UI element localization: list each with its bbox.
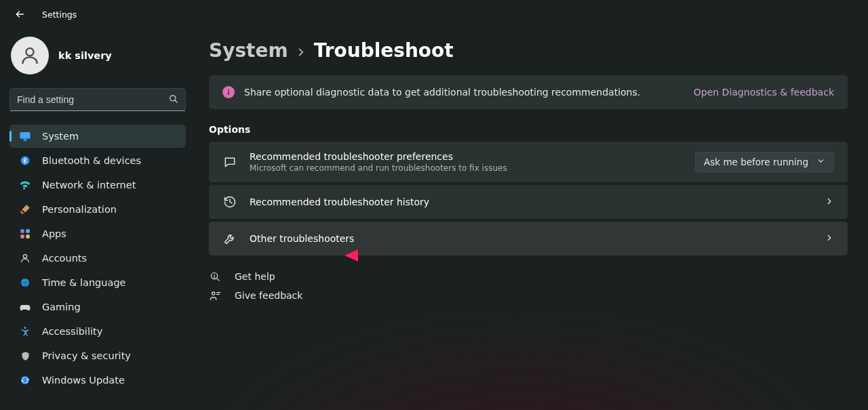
svg-point-15 <box>228 89 229 91</box>
help-icon <box>209 270 221 283</box>
footer-links: Get helpGive feedback <box>209 270 848 302</box>
options-list: Recommended troubleshooter preferencesMi… <box>209 142 848 255</box>
svg-rect-10 <box>26 234 29 238</box>
nav: SystemBluetooth & devicesNetwork & inter… <box>9 125 186 392</box>
avatar <box>11 37 49 75</box>
apps-icon <box>19 228 31 240</box>
open-diagnostics-link[interactable]: Open Diagnostics & feedback <box>694 87 834 98</box>
svg-rect-8 <box>26 229 29 232</box>
svg-rect-16 <box>228 91 229 95</box>
sidebar-item-label: Accounts <box>42 253 179 264</box>
sidebar-item-label: Apps <box>42 228 179 239</box>
svg-point-11 <box>23 255 26 258</box>
user-name: kk silvery <box>58 50 112 61</box>
dropdown-value: Ask me before running <box>704 157 808 167</box>
option-recommended-troubleshooter-history[interactable]: Recommended troubleshooter history <box>209 185 848 219</box>
svg-point-1 <box>26 48 33 56</box>
sidebar-item-personalization[interactable]: Personalization <box>9 198 186 221</box>
sidebar-item-label: Bluetooth & devices <box>42 155 179 166</box>
sidebar-item-label: System <box>42 131 179 142</box>
history-icon <box>222 194 237 209</box>
sidebar-item-accessibility[interactable]: Accessibility <box>9 320 186 343</box>
feedback-icon <box>209 289 221 302</box>
sidebar-item-system[interactable]: System <box>9 125 186 148</box>
svg-point-19 <box>214 274 214 274</box>
sidebar-item-windows-update[interactable]: Windows Update <box>9 369 186 392</box>
sidebar-item-time-language[interactable]: Time & language <box>9 271 186 294</box>
title-bar: Settings <box>0 0 868 24</box>
main-content: System Troubleshoot Share optional diagn… <box>195 24 868 410</box>
brush-icon <box>19 203 31 216</box>
user-profile[interactable]: kk silvery <box>9 33 186 79</box>
update-icon <box>19 374 31 386</box>
person-icon <box>19 45 41 66</box>
wifi-icon <box>19 179 31 191</box>
bluetooth-icon <box>19 155 31 167</box>
svg-line-3 <box>175 100 177 102</box>
sidebar-item-accounts[interactable]: Accounts <box>9 247 186 270</box>
svg-line-18 <box>216 278 219 281</box>
svg-point-21 <box>212 291 214 294</box>
svg-rect-4 <box>20 132 31 139</box>
sidebar-item-bluetooth-devices[interactable]: Bluetooth & devices <box>9 149 186 172</box>
sidebar-item-label: Network & internet <box>42 180 179 190</box>
breadcrumb-leaf: Troubleshoot <box>314 39 454 62</box>
app-title: Settings <box>42 9 77 20</box>
option-subtitle: Microsoft can recommend and run troubles… <box>250 163 683 173</box>
info-icon <box>222 86 235 98</box>
options-heading: Options <box>209 124 848 135</box>
monitor-icon <box>19 130 31 142</box>
arrow-left-icon <box>14 9 25 20</box>
sidebar-item-label: Privacy & security <box>42 350 179 361</box>
option-text: Recommended troubleshooter preferencesMi… <box>250 151 683 173</box>
option-title: Recommended troubleshooter preferences <box>250 151 683 162</box>
gamepad-icon <box>19 301 31 313</box>
sidebar-item-privacy-security[interactable]: Privacy & security <box>9 344 186 367</box>
preference-dropdown[interactable]: Ask me before running <box>695 152 834 172</box>
footer-link-label: Give feedback <box>235 290 302 301</box>
chevron-down-icon <box>816 157 825 167</box>
chevron-right-icon <box>825 233 834 245</box>
breadcrumb: System Troubleshoot <box>209 39 848 62</box>
sidebar-item-label: Gaming <box>42 302 179 312</box>
sidebar-item-label: Windows Update <box>42 375 179 386</box>
search-box[interactable] <box>9 88 186 111</box>
svg-point-13 <box>24 327 26 329</box>
option-title: Other troubleshooters <box>250 233 812 244</box>
shield-icon <box>19 350 31 362</box>
option-recommended-troubleshooter-preferences[interactable]: Recommended troubleshooter preferencesMi… <box>209 142 848 182</box>
tools-icon <box>222 231 237 246</box>
back-button[interactable] <box>14 8 26 20</box>
search-icon <box>168 94 178 106</box>
banner-text: Share optional diagnostic data to get ad… <box>244 87 684 98</box>
option-text: Recommended troubleshooter history <box>250 197 812 207</box>
sidebar: kk silvery SystemBluetooth & devicesNetw… <box>0 24 195 410</box>
sidebar-item-network-internet[interactable]: Network & internet <box>9 173 186 197</box>
diagnostics-banner: Share optional diagnostic data to get ad… <box>209 75 848 109</box>
sidebar-item-label: Personalization <box>42 204 179 215</box>
globe-icon <box>19 276 31 289</box>
option-other-troubleshooters[interactable]: Other troubleshooters <box>209 222 848 255</box>
chat-icon <box>222 155 237 169</box>
svg-rect-5 <box>24 140 27 141</box>
option-title: Recommended troubleshooter history <box>250 197 812 207</box>
access-icon <box>19 325 31 337</box>
sidebar-item-gaming[interactable]: Gaming <box>9 295 186 319</box>
sidebar-item-apps[interactable]: Apps <box>9 222 186 245</box>
chevron-right-icon <box>295 46 307 60</box>
svg-rect-7 <box>20 229 24 232</box>
footer-link-label: Get help <box>235 271 275 282</box>
chevron-right-icon <box>825 197 834 208</box>
footer-link-get-help[interactable]: Get help <box>209 270 848 283</box>
sidebar-item-label: Accessibility <box>42 326 179 337</box>
breadcrumb-root[interactable]: System <box>209 39 288 62</box>
sidebar-item-label: Time & language <box>42 277 179 288</box>
svg-rect-9 <box>20 234 24 238</box>
option-text: Other troubleshooters <box>250 233 812 244</box>
footer-link-give-feedback[interactable]: Give feedback <box>209 289 848 302</box>
person-icon <box>19 252 31 264</box>
search-input[interactable] <box>17 94 168 105</box>
